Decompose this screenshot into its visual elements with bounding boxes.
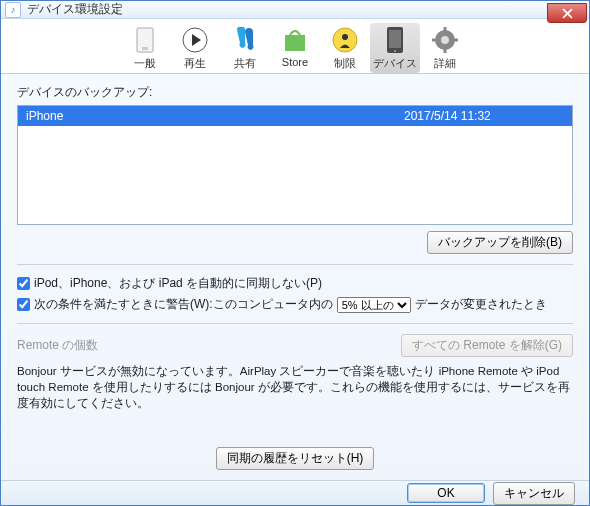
backup-item-date: 2017/5/14 11:32: [404, 109, 564, 123]
general-icon: [120, 25, 170, 55]
app-icon: ♪: [5, 2, 21, 18]
remote-count-label: Remote の個数: [17, 337, 98, 354]
svg-point-5: [342, 34, 348, 40]
ok-button[interactable]: OK: [407, 483, 485, 503]
remote-header: Remote の個数 すべての Remote を解除(G): [17, 334, 573, 357]
no-autosync-checkbox[interactable]: [17, 277, 30, 290]
tab-advanced-label: 詳細: [420, 56, 470, 71]
no-autosync-label: iPod、iPhone、および iPad を自動的に同期しない(P): [34, 275, 322, 292]
bonjour-message: Bonjour サービスが無効になっています。AirPlay スピーカーで音楽を…: [17, 363, 573, 411]
threshold-select[interactable]: 5% 以上の: [337, 297, 411, 313]
svg-point-8: [394, 50, 396, 52]
sharing-icon: [220, 25, 270, 55]
preferences-window: ♪ デバイス環境設定 一般 再生 共有 Store 制限 デバイス: [0, 0, 590, 506]
backup-item-name: iPhone: [26, 109, 404, 123]
warn-prefix-label: 次の条件を満たすときに警告(W):このコンピュータ内の: [34, 296, 333, 313]
tab-advanced[interactable]: 詳細: [420, 23, 470, 73]
gear-icon: [420, 25, 470, 55]
warn-row: 次の条件を満たすときに警告(W):このコンピュータ内の 5% 以上の データが変…: [17, 296, 573, 313]
backup-list[interactable]: iPhone 2017/5/14 11:32: [17, 105, 573, 225]
tab-sharing-label: 共有: [220, 56, 270, 71]
release-remotes-button: すべての Remote を解除(G): [401, 334, 573, 357]
tab-playback[interactable]: 再生: [170, 23, 220, 73]
tab-restrictions[interactable]: 制限: [320, 23, 370, 73]
no-autosync-row[interactable]: iPod、iPhone、および iPad を自動的に同期しない(P): [17, 275, 573, 292]
reset-sync-history-button[interactable]: 同期の履歴をリセット(H): [216, 447, 375, 470]
close-button[interactable]: [547, 3, 587, 23]
divider: [17, 323, 573, 324]
svg-rect-12: [444, 48, 447, 53]
list-item[interactable]: iPhone 2017/5/14 11:32: [18, 106, 572, 126]
restrictions-icon: [320, 25, 370, 55]
svg-rect-14: [453, 39, 458, 42]
titlebar: ♪ デバイス環境設定: [1, 1, 589, 19]
warn-checkbox[interactable]: [17, 298, 30, 311]
store-icon: [270, 25, 320, 55]
cancel-button[interactable]: キャンセル: [493, 482, 575, 505]
window-title: デバイス環境設定: [27, 1, 123, 18]
dialog-footer: OK キャンセル: [1, 480, 589, 505]
play-icon: [170, 25, 220, 55]
tab-devices-label: デバイス: [370, 56, 420, 71]
tab-general-label: 一般: [120, 56, 170, 71]
content-area: デバイスのバックアップ: iPhone 2017/5/14 11:32 バックア…: [1, 74, 589, 480]
divider: [17, 264, 573, 265]
tab-general[interactable]: 一般: [120, 23, 170, 73]
svg-point-10: [441, 36, 449, 44]
svg-rect-3: [285, 35, 305, 51]
tab-store[interactable]: Store: [270, 23, 320, 70]
delete-backup-button[interactable]: バックアップを削除(B): [427, 231, 573, 254]
backup-label: デバイスのバックアップ:: [17, 84, 573, 101]
svg-rect-1: [142, 47, 148, 50]
tab-store-label: Store: [270, 56, 320, 68]
tab-restrictions-label: 制限: [320, 56, 370, 71]
svg-rect-13: [432, 39, 437, 42]
svg-rect-7: [389, 30, 401, 48]
tab-playback-label: 再生: [170, 56, 220, 71]
close-icon: [562, 8, 573, 19]
tab-toolbar: 一般 再生 共有 Store 制限 デバイス 詳細: [1, 19, 589, 74]
tab-devices[interactable]: デバイス: [370, 23, 420, 73]
warn-suffix-label: データが変更されたとき: [415, 296, 547, 313]
devices-icon: [370, 25, 420, 55]
tab-sharing[interactable]: 共有: [220, 23, 270, 73]
svg-rect-11: [444, 27, 447, 32]
